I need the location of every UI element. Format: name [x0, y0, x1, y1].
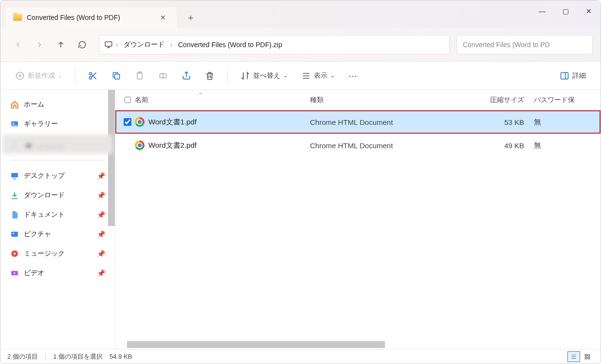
status-bar: 2 個の項目 | 1 個の項目を選択 54.9 KB — [0, 349, 601, 364]
up-button[interactable] — [51, 35, 71, 54]
video-icon — [10, 269, 19, 277]
refresh-button[interactable] — [73, 35, 92, 54]
maximize-button[interactable]: ▢ — [554, 0, 577, 22]
column-headers: ⌃ 名前 種類 圧縮サイズ パスワード保 — [115, 90, 601, 110]
pin-icon[interactable]: 📌 — [97, 172, 105, 180]
svg-rect-12 — [11, 232, 18, 237]
new-label: 新規作成 — [28, 71, 55, 80]
row-checkbox[interactable] — [124, 118, 131, 126]
sidebar-label: ダウンロード — [24, 191, 65, 200]
copy-button[interactable] — [107, 67, 126, 85]
column-type[interactable]: 種類 — [310, 96, 437, 104]
download-icon — [10, 191, 19, 200]
svg-rect-0 — [105, 42, 112, 46]
clipboard-icon — [135, 71, 145, 81]
sidebar-item-documents[interactable]: ドキュメント 📌 — [0, 205, 115, 225]
sidebar-item-pictures[interactable]: ピクチャ 📌 — [0, 225, 115, 244]
svg-rect-16 — [585, 354, 587, 356]
sidebar-item-desktop[interactable]: デスクトップ 📌 — [0, 166, 115, 186]
pin-icon[interactable]: 📌 — [97, 269, 105, 277]
details-button[interactable]: 詳細 — [555, 67, 591, 85]
delete-button[interactable] — [200, 67, 219, 85]
svg-rect-8 — [561, 72, 568, 79]
chevron-right-icon[interactable]: › — [170, 41, 172, 48]
gallery-icon — [10, 120, 19, 128]
svg-rect-4 — [115, 74, 120, 79]
icons-view-button[interactable] — [581, 351, 594, 362]
sidebar-item-video[interactable]: ビデオ 📌 — [0, 263, 115, 283]
details-view-button[interactable] — [567, 351, 580, 362]
monitor-icon — [104, 40, 113, 49]
pin-icon[interactable]: 📌 — [97, 250, 105, 258]
more-button[interactable]: ⋯ — [344, 67, 363, 85]
tab-title: Converted Files (Word to PDF) — [27, 14, 120, 21]
new-button[interactable]: 新規作成 ⌄ — [10, 67, 67, 85]
forward-button[interactable] — [30, 35, 49, 54]
chrome-icon — [135, 140, 145, 150]
title-bar: Converted Files (Word to PDF) ✕ ＋ — ▢ ✕ — [0, 0, 601, 28]
address-bar[interactable]: › ダウンロード › Converted Files (Word to PDF)… — [99, 35, 450, 54]
back-button[interactable] — [8, 35, 28, 54]
file-size: 49 KB — [437, 141, 534, 150]
horizontal-scrollbar[interactable] — [127, 341, 385, 348]
column-name[interactable]: ⌃ 名前 — [135, 96, 310, 104]
chevron-down-icon: ⌄ — [283, 72, 288, 79]
sidebar-item-downloads[interactable]: ダウンロード 📌 — [0, 186, 115, 205]
file-password: 無 — [534, 141, 601, 150]
cut-button[interactable] — [83, 67, 103, 85]
window-tab[interactable]: Converted Files (Word to PDF) ✕ — [6, 7, 177, 28]
file-type: Chrome HTML Document — [310, 118, 437, 126]
separator — [227, 69, 228, 83]
sidebar-label: ミュージック — [24, 249, 65, 258]
sidebar-label: ギャラリー — [24, 120, 58, 128]
chevron-down-icon: ⌄ — [330, 72, 335, 79]
close-tab-button[interactable]: ✕ — [156, 11, 170, 24]
chevron-right-icon: › — [12, 141, 19, 148]
sidebar-item-hidden[interactable]: › ☁ ＿＿＿＿ — [2, 135, 113, 154]
sort-label: 並べ替え — [253, 71, 280, 80]
sort-icon — [240, 71, 250, 81]
sidebar-item-home[interactable]: ホーム — [0, 95, 115, 114]
column-password[interactable]: パスワード保 — [534, 96, 601, 104]
view-button[interactable]: 表示 ⌄ — [296, 67, 340, 85]
pin-icon[interactable]: 📌 — [97, 230, 105, 238]
view-label: 表示 — [314, 71, 328, 80]
select-all-checkbox[interactable] — [120, 97, 135, 103]
pin-icon[interactable]: 📌 — [97, 211, 105, 219]
svg-point-10 — [13, 122, 14, 124]
desktop-icon — [10, 172, 19, 180]
chevron-right-icon[interactable]: › — [116, 41, 118, 48]
sort-button[interactable]: 並べ替え ⌄ — [236, 67, 292, 85]
music-icon — [10, 249, 19, 258]
svg-rect-18 — [585, 357, 587, 359]
sidebar-label: ＿＿＿＿ — [37, 140, 65, 149]
share-icon — [182, 71, 191, 81]
separator: | — [45, 353, 46, 360]
file-row[interactable]: Word文書1.pdf Chrome HTML Document 53 KB 無 — [115, 110, 601, 134]
sidebar-label: ピクチャ — [24, 230, 51, 239]
minimize-button[interactable]: — — [530, 0, 554, 22]
details-label: 詳細 — [572, 71, 586, 80]
sidebar-scrollbar[interactable] — [108, 90, 115, 226]
chrome-icon — [135, 117, 145, 127]
share-button[interactable] — [177, 67, 196, 85]
sidebar-item-gallery[interactable]: ギャラリー — [0, 114, 115, 134]
trash-icon — [205, 71, 215, 81]
search-box[interactable]: Converted Files (Word to PD — [456, 35, 593, 54]
column-size[interactable]: 圧縮サイズ — [437, 96, 534, 104]
content-area: ホーム ギャラリー › ☁ ＿＿＿＿ デスクトップ 📌 ダウンロード 📌 — [0, 90, 601, 350]
paste-button[interactable] — [130, 67, 149, 85]
window-controls: — ▢ ✕ — [530, 0, 601, 22]
rename-button[interactable] — [153, 67, 173, 85]
pin-icon[interactable]: 📌 — [97, 191, 105, 199]
search-placeholder: Converted Files (Word to PD — [463, 41, 550, 49]
rename-icon — [158, 71, 168, 81]
breadcrumb-segment[interactable]: Converted Files (Word to PDF).zip — [175, 39, 285, 51]
sidebar-item-music[interactable]: ミュージック 📌 — [0, 244, 115, 263]
new-tab-button[interactable]: ＋ — [182, 9, 199, 26]
close-window-button[interactable]: ✕ — [577, 0, 601, 22]
breadcrumb-segment[interactable]: ダウンロード — [121, 38, 167, 51]
file-pane: ⌃ 名前 種類 圧縮サイズ パスワード保 Word文書1.pdf Chrome … — [115, 90, 601, 350]
file-size: 53 KB — [437, 118, 534, 126]
file-row[interactable]: Word文書2.pdf Chrome HTML Document 49 KB 無 — [115, 134, 601, 157]
